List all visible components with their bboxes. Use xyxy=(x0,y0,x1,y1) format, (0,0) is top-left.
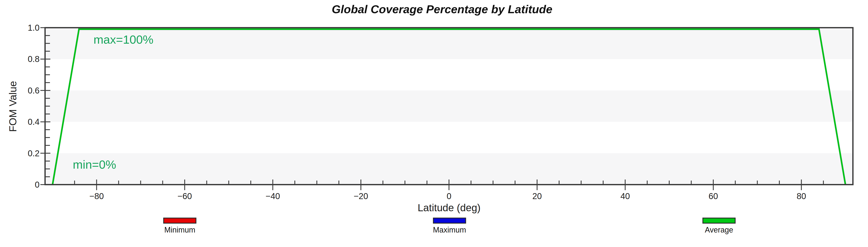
legend-swatch-maximum xyxy=(433,218,466,224)
annotation-max: max=100% xyxy=(94,33,153,46)
x-tick-label: 60 xyxy=(709,191,718,201)
x-tick-label: −60 xyxy=(178,191,192,201)
x-tick-label: −80 xyxy=(90,191,104,201)
annotation-min: min=0% xyxy=(73,158,116,171)
legend-label-minimum: Minimum xyxy=(164,226,195,234)
legend-label-average: Average xyxy=(705,226,733,234)
y-tick-label: 0.4 xyxy=(28,117,39,127)
legend-entry-average: Average xyxy=(693,218,745,234)
chart-canvas: Global Coverage Percentage by Latitude m… xyxy=(0,0,868,247)
y-tick-label: 0.6 xyxy=(28,86,39,95)
y-axis-label: FOM Value xyxy=(7,81,19,132)
legend-entry-minimum: Minimum xyxy=(154,218,205,234)
legend-label-maximum: Maximum xyxy=(433,226,466,234)
legend-swatch-minimum xyxy=(163,218,196,224)
y-tick-label: 0.8 xyxy=(28,54,39,64)
x-tick-label: −20 xyxy=(354,191,368,201)
legend: Minimum Maximum Average xyxy=(0,218,868,243)
legend-swatch-average xyxy=(703,218,736,224)
y-tick-label: 0 xyxy=(35,180,39,189)
x-axis-label: Latitude (deg) xyxy=(417,202,480,214)
x-tick-label: 0 xyxy=(446,191,451,201)
x-tick-label: 40 xyxy=(620,191,630,201)
legend-entry-maximum: Maximum xyxy=(424,218,475,234)
x-tick-label: 80 xyxy=(797,191,806,201)
grid-band xyxy=(45,28,853,59)
grid-band xyxy=(45,90,853,122)
x-tick-label: 20 xyxy=(532,191,542,201)
x-tick-label: −40 xyxy=(266,191,280,201)
y-tick-label: 1.0 xyxy=(28,23,39,32)
y-tick-label: 0.2 xyxy=(28,148,39,158)
